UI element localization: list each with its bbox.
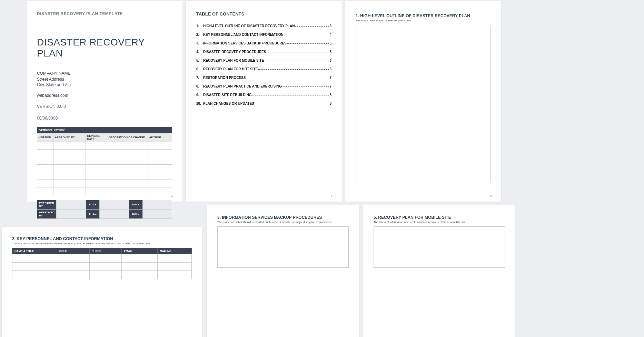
page-number: 1 xyxy=(171,194,173,197)
cell xyxy=(89,271,122,279)
cell xyxy=(53,187,86,195)
cell xyxy=(37,149,53,157)
toc-item-page: 4 xyxy=(329,33,331,37)
cell xyxy=(107,142,148,149)
cell xyxy=(86,149,107,157)
content-box xyxy=(374,226,505,268)
toc-item-page: 6 xyxy=(329,59,331,62)
label-date: DATE xyxy=(129,209,142,218)
toc-dots xyxy=(295,26,329,27)
content-box xyxy=(217,226,349,268)
toc-item-text: DISASTER SITE REBUILDING xyxy=(203,93,252,97)
cell xyxy=(53,172,86,180)
label-title: TITLE xyxy=(86,200,99,209)
toc-item-number: 9. xyxy=(196,93,203,97)
col-email: EMAIL xyxy=(122,248,158,254)
cell xyxy=(37,172,53,180)
cell xyxy=(12,271,57,279)
cell xyxy=(53,149,86,157)
cell xyxy=(86,142,107,149)
cell xyxy=(86,164,107,172)
col-description: DESCRIPTION OF CHANGE xyxy=(107,133,148,142)
cell xyxy=(107,157,148,164)
document-title: DISASTER RECOVERY PLAN xyxy=(37,37,172,59)
col-revision-date: REVISION DATE xyxy=(86,133,107,142)
template-label: DISASTER RECOVERY PLAN TEMPLATE xyxy=(37,11,172,16)
toc-dots xyxy=(252,95,329,95)
cell xyxy=(53,157,86,164)
cell xyxy=(148,164,172,172)
toc-item: 3.INFORMATION SERVICES BACKUP PROCEDURES… xyxy=(196,41,331,45)
cell xyxy=(53,180,86,187)
section-heading: 2. KEY PERSONNEL AND CONTACT INFORMATION xyxy=(12,236,192,241)
toc-item: 7.RESTORATION PROCESS7 xyxy=(196,76,331,80)
cell xyxy=(122,271,158,279)
cell xyxy=(122,263,158,271)
toc-item: 6.RECOVERY PLAN FOR HOT SITE6 xyxy=(196,67,331,71)
date-text: 00/00/0000 xyxy=(37,116,172,121)
toc-item-text: PLAN CHANGES OR UPDATES xyxy=(203,102,254,105)
toc-dots xyxy=(284,35,329,35)
cell xyxy=(122,254,158,263)
toc-dots xyxy=(283,86,329,87)
toc-item-number: 2. xyxy=(196,33,203,37)
cell xyxy=(37,164,53,172)
toc-item-text: RECOVERY PLAN PRACTICE AND EXERCISING xyxy=(203,84,282,88)
cell xyxy=(53,142,86,149)
section-heading: 5. RECOVERY PLAN FOR MOBILE SITE xyxy=(374,215,505,220)
document-page-4: 2. KEY PERSONNEL AND CONTACT INFORMATION… xyxy=(2,227,202,337)
toc-item-page: 7 xyxy=(329,76,331,80)
cell xyxy=(53,164,86,172)
cell xyxy=(56,200,86,209)
toc-dots xyxy=(265,61,329,61)
cell xyxy=(148,180,172,187)
col-role: ROLE xyxy=(57,248,90,254)
toc-item-text: RECOVERY PLAN FOR MOBILE SITE xyxy=(203,59,264,62)
section-heading: 1. HIGH-LEVEL OUTLINE OF DISASTER RECOVE… xyxy=(356,13,491,18)
version-history-table: VERSION HISTORY VERSION APPROVED BY REVI… xyxy=(37,127,172,195)
cell xyxy=(148,172,172,180)
toc-item-number: 8. xyxy=(196,84,203,88)
toc-item-page: 5 xyxy=(329,41,331,45)
toc-item: 8.RECOVERY PLAN PRACTICE AND EXERCISING7 xyxy=(196,84,331,88)
toc-item-text: RESTORATION PROCESS xyxy=(203,76,246,80)
cell xyxy=(107,180,148,187)
toc-item-text: KEY PERSONNEL AND CONTACT INFORMATION xyxy=(203,33,284,37)
cell xyxy=(86,172,107,180)
section-subtitle: The relevant information needed to conti… xyxy=(374,221,505,224)
cell xyxy=(86,180,107,187)
toc-item-page: 8 xyxy=(329,102,331,105)
toc-item: 10.PLAN CHANGES OR UPDATES8 xyxy=(196,102,331,105)
toc-item-page: 3 xyxy=(329,24,331,28)
cell xyxy=(12,254,57,263)
toc-item-text: HIGH-LEVEL OUTLINE OF DISASTER RECOVERY … xyxy=(203,24,295,28)
cell xyxy=(158,254,192,263)
toc-item-page: 8 xyxy=(329,93,331,97)
toc-dots xyxy=(258,69,329,70)
toc-item-number: 1. xyxy=(196,24,203,28)
toc-item: 2.KEY PERSONNEL AND CONTACT INFORMATION4 xyxy=(196,33,331,37)
toc-item-number: 5. xyxy=(196,59,203,62)
toc-dots xyxy=(287,43,329,44)
cell xyxy=(107,187,148,195)
web-address: webaddress.com xyxy=(37,93,172,98)
company-name: COMPANY NAME xyxy=(37,71,172,76)
cell xyxy=(142,209,172,218)
cell xyxy=(57,263,90,271)
toc-item-number: 7. xyxy=(196,76,203,80)
cell xyxy=(148,187,172,195)
col-version: VERSION xyxy=(37,133,53,142)
col-mailing: MAILING xyxy=(158,248,192,254)
toc-item: 5.RECOVERY PLAN FOR MOBILE SITE6 xyxy=(196,59,331,62)
cell xyxy=(107,172,148,180)
section-subtitle: The procedures that should be carried ou… xyxy=(217,221,349,224)
toc-item-number: 10. xyxy=(196,102,203,105)
toc-item: 9.DISASTER SITE REBUILDING8 xyxy=(196,93,331,97)
toc-title: TABLE OF CONTENTS xyxy=(196,11,331,17)
cell xyxy=(89,263,122,271)
cell xyxy=(148,157,172,164)
col-approved-by: APPROVED BY xyxy=(53,133,86,142)
cell xyxy=(56,209,86,218)
company-block: COMPANY NAME Street Address City, State … xyxy=(37,71,172,88)
cell xyxy=(89,254,122,263)
